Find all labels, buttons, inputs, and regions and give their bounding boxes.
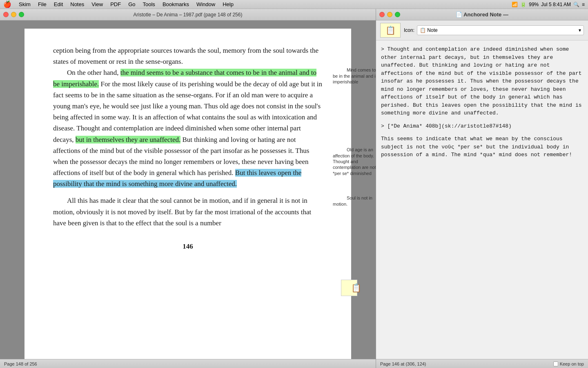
pdf-para1: On the other hand, the mind seems to be … xyxy=(53,67,323,189)
note-title: 📄 Anchored Note — xyxy=(456,11,508,18)
pdf-close-button[interactable] xyxy=(3,12,9,17)
note-doc-icon: 📄 xyxy=(456,11,462,18)
marginal-note-2: Old age is an affection of the body. Tho… xyxy=(333,147,376,176)
pdf-content[interactable]: ception being from the appropriate sourc… xyxy=(0,20,376,359)
note-pane: 📄 Anchored Note — 📋 Icon: 📋 Note ▾ > Tho… xyxy=(376,9,588,368)
menu-help[interactable]: Help xyxy=(219,0,237,9)
menu-view[interactable]: View xyxy=(88,0,106,9)
menu-edit[interactable]: Edit xyxy=(51,0,66,9)
note-maximize-button[interactable] xyxy=(395,12,400,17)
menubar-right: 📶 🔋 99% Jul 5 8:41 AM 🔍 ≡ xyxy=(512,2,585,7)
pdf-minimize-button[interactable] xyxy=(11,12,16,17)
note-content[interactable]: > Thought and contemplation are indeed d… xyxy=(376,40,588,359)
wifi-icon: 📶 xyxy=(512,2,518,7)
highlight-mind-substance: the mind seems to be a substance that co… xyxy=(53,69,316,88)
marginal-note-3: Soul is not in motion. xyxy=(333,195,376,207)
note-para-1: > Thought and contemplation are indeed d… xyxy=(381,45,583,117)
menu-tools[interactable]: Tools xyxy=(140,0,158,9)
pdf-para2: All this has made it clear that the soul… xyxy=(53,195,323,229)
battery-percent: 99% xyxy=(529,2,539,7)
note-icon-preview: 📋 xyxy=(380,23,401,38)
list-icon[interactable]: ≡ xyxy=(582,2,585,7)
keep-on-top-checkbox[interactable] xyxy=(553,361,558,366)
menu-skim[interactable]: Skim xyxy=(16,0,34,9)
note-titlebar: 📄 Anchored Note — xyxy=(376,9,588,20)
pdf-page-status: Page 148 of 256 xyxy=(4,361,37,366)
menu-notes[interactable]: Notes xyxy=(67,0,87,9)
search-icon[interactable]: 🔍 xyxy=(573,2,579,7)
pdf-title: Aristotle – De Anima – 1987.pdf (page 14… xyxy=(134,12,243,18)
pdf-titlebar: Aristotle – De Anima – 1987.pdf (page 14… xyxy=(0,9,376,20)
keep-on-top-label: Keep on top xyxy=(560,361,584,366)
note-statusbar: Page 146 at (306, 124) Keep on top xyxy=(376,359,588,368)
note-para-3: This seems to indicate that what we mean… xyxy=(381,135,583,159)
note-minimize-button[interactable] xyxy=(387,12,392,17)
highlight-divine: But this leaves open the possibility tha… xyxy=(53,169,301,188)
note-icon-type: 📋 Note xyxy=(420,27,438,33)
note-anchor-icon[interactable]: 📋 xyxy=(341,280,357,296)
menu-bookmarks[interactable]: Bookmarks xyxy=(159,0,192,9)
note-window-controls[interactable] xyxy=(379,12,400,17)
note-icon-select[interactable]: 📋 Note ▾ xyxy=(417,25,584,35)
menu-pdf[interactable]: PDF xyxy=(107,0,124,9)
datetime: Jul 5 8:41 AM xyxy=(541,2,571,7)
menu-window[interactable]: Window xyxy=(193,0,218,9)
marginal-note-1: Mind comes to be in the animal and is im… xyxy=(333,67,376,85)
pdf-statusbar: Page 148 of 256 xyxy=(0,359,376,368)
chevron-down-icon: ▾ xyxy=(579,27,581,33)
pdf-top-text: ception being from the appropriate sourc… xyxy=(53,45,323,67)
menu-go[interactable]: Go xyxy=(125,0,138,9)
highlight-unaffected: but in themselves they are unaffected. xyxy=(76,136,180,144)
note-icon-bar: 📋 Icon: 📋 Note ▾ xyxy=(376,20,588,40)
note-page-status: Page 146 at (306, 124) xyxy=(380,361,426,366)
menubar: 🍎 Skim File Edit Notes View PDF Go Tools… xyxy=(0,0,588,9)
pdf-maximize-button[interactable] xyxy=(19,12,24,17)
apple-icon[interactable]: 🍎 xyxy=(3,0,11,8)
keep-on-top-control[interactable]: Keep on top xyxy=(553,361,584,366)
note-icon-label: Icon: xyxy=(404,27,414,33)
menu-file[interactable]: File xyxy=(35,0,50,9)
note-para-2: > [*De Anima* 408b](sk://aristotle87#148… xyxy=(381,122,583,130)
pdf-window-controls[interactable] xyxy=(3,12,24,17)
pdf-pane: Aristotle – De Anima – 1987.pdf (page 14… xyxy=(0,9,376,368)
note-close-button[interactable] xyxy=(379,12,385,17)
main-container: Aristotle – De Anima – 1987.pdf (page 14… xyxy=(0,9,588,368)
battery-icon: 🔋 xyxy=(520,2,526,7)
pdf-page: ception being from the appropriate sourc… xyxy=(24,29,351,359)
page-number: 146 xyxy=(53,241,323,252)
